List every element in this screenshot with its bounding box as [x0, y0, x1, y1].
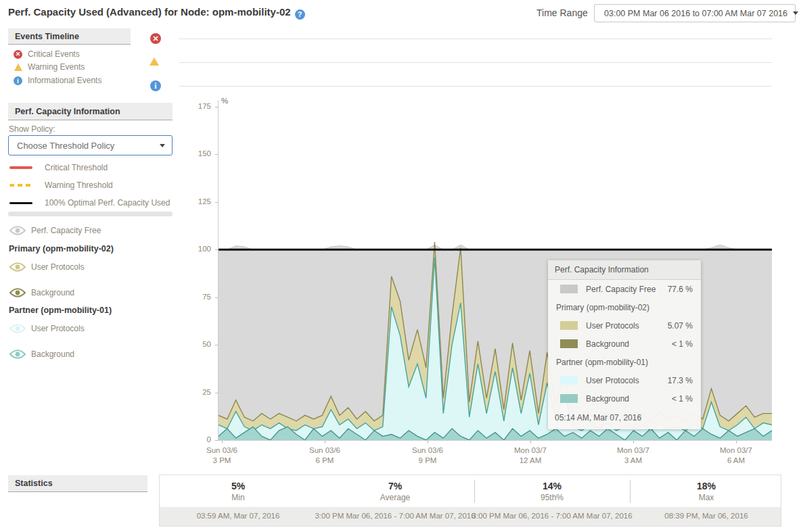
x-tick-date: Sun 03/6 — [294, 445, 355, 456]
x-axis-tick — [736, 441, 737, 443]
events-timeline-header: Events Timeline — [8, 28, 131, 45]
y-axis-tick — [215, 107, 218, 107]
series-color-swatch — [560, 376, 578, 385]
y-axis-tick-label: 125 — [188, 197, 211, 205]
critical-event-icon: ✕ — [14, 50, 22, 59]
series-visibility-toggle[interactable]: Background — [9, 349, 74, 359]
series-color-swatch — [560, 285, 578, 293]
info-event-icon: i — [14, 76, 22, 85]
stat-timestamp: 08:39 PM, Mar 06, 2016 — [612, 512, 801, 520]
x-axis-tick-label: Mon 03/73 AM — [603, 445, 664, 466]
statistics-header: Statistics — [8, 475, 147, 492]
tooltip-group-label: Primary (opm-mobility-02) — [548, 298, 701, 316]
legend-item-label: Informational Events — [28, 76, 101, 85]
series-visibility-toggle[interactable]: Background — [9, 288, 74, 297]
eye-icon[interactable] — [9, 349, 26, 359]
x-tick-time: 6 PM — [294, 456, 355, 466]
tooltip-series-value: 77.6 % — [668, 285, 693, 294]
solid-line-swatch — [9, 166, 32, 169]
x-axis-tick — [428, 441, 428, 443]
x-axis-tick-label: Mon 03/76 AM — [706, 445, 766, 466]
series-visibility-toggle[interactable]: User Protocols — [9, 324, 85, 333]
warning-event-icon — [14, 64, 22, 71]
y-axis-tick-label: 25 — [188, 388, 211, 396]
threshold-policy-value: Choose Threshold Policy — [17, 141, 114, 151]
legend-scrollbar[interactable] — [8, 212, 173, 216]
stat-column: 7%Average — [317, 481, 473, 502]
dashed-line-swatch — [9, 184, 32, 187]
tooltip-series-label: Perf. Capacity Free — [586, 285, 668, 294]
info-events-lane-toggle-icon[interactable]: i — [150, 80, 161, 91]
x-axis-tick — [325, 441, 325, 443]
series-legend-label: Perf. Capacity Free — [31, 226, 101, 235]
capacity-info-title: Perf. Capacity Information — [15, 107, 120, 116]
warning-events-lane-toggle-icon[interactable] — [150, 57, 159, 66]
x-tick-time: 3 AM — [603, 456, 664, 466]
stat-value: 7% — [317, 481, 473, 491]
x-axis-tick-label: Sun 03/66 PM — [294, 445, 355, 466]
legend-item-label: Critical Events — [28, 49, 80, 59]
x-tick-date: Mon 03/7 — [500, 445, 561, 456]
series-visibility-toggle[interactable]: User Protocols — [9, 262, 85, 272]
series-legend-label: Background — [31, 349, 74, 359]
eye-icon[interactable] — [9, 324, 26, 333]
dropdown-caret-icon — [160, 144, 165, 147]
page-title: Perf. Capacity Used (Advanced) for Node:… — [8, 6, 305, 20]
time-range-label: Time Range — [536, 7, 588, 18]
eye-icon[interactable] — [9, 262, 26, 272]
help-icon[interactable]: ? — [295, 9, 305, 20]
series-group-label: Partner (opm-mobility-01) — [9, 306, 112, 315]
series-legend-label: Background — [31, 288, 74, 297]
x-tick-date: Sun 03/6 — [191, 445, 252, 456]
x-tick-time: 12 AM — [500, 456, 561, 466]
tooltip-series-label: Background — [586, 339, 672, 349]
x-tick-time: 9 PM — [397, 456, 458, 466]
x-axis-tick — [633, 441, 634, 443]
y-axis-tick — [215, 345, 218, 345]
stat-label: Max — [628, 493, 784, 502]
series-legend-label: User Protocols — [31, 262, 85, 272]
stat-value: 18% — [628, 481, 784, 491]
tooltip-title: Perf. Capacity Information — [548, 260, 701, 280]
stats-separator — [630, 480, 631, 503]
x-axis — [218, 440, 772, 441]
page-title-text: Perf. Capacity Used (Advanced) for Node:… — [8, 6, 291, 18]
eye-icon[interactable] — [9, 226, 26, 235]
eye-icon[interactable] — [9, 288, 26, 297]
y-axis-tick-label: 175 — [188, 102, 211, 110]
x-tick-time: 3 PM — [191, 456, 252, 466]
time-range-value: 03:00 PM Mar 06 2016 to 07:00 AM Mar 07 … — [604, 9, 787, 18]
stat-column: 5%Min — [160, 481, 316, 502]
capacity-info-header: Perf. Capacity Information — [8, 103, 173, 120]
statistics-title: Statistics — [15, 479, 53, 488]
stats-separator — [474, 480, 475, 503]
series-color-swatch — [560, 339, 578, 348]
stat-column: 14%95th% — [474, 481, 630, 502]
show-policy-label: Show Policy: — [9, 124, 55, 134]
threshold-legend-item: Critical Threshold — [9, 163, 173, 172]
threshold-policy-dropdown[interactable]: Choose Threshold Policy — [8, 135, 173, 155]
y-axis-tick-label: 150 — [188, 149, 211, 158]
threshold-legend-item: Warning Threshold — [9, 180, 173, 190]
events-timeline-title: Events Timeline — [15, 32, 79, 41]
threshold-legend-item: 100% Optimal Perf. Capacity Used — [9, 198, 173, 208]
critical-events-lane-toggle-icon[interactable]: ✕ — [150, 33, 161, 44]
statistics-panel: 5%Min7%Average14%95th%18%Max 03:59 AM, M… — [159, 475, 781, 527]
series-visibility-toggle[interactable]: Perf. Capacity Free — [9, 226, 101, 235]
tooltip-series-row: User Protocols5.07 % — [548, 316, 701, 335]
chart-tooltip: Perf. Capacity Information Perf. Capacit… — [548, 260, 701, 429]
tooltip-series-label: Background — [586, 394, 672, 404]
x-axis-tick — [530, 441, 531, 443]
time-range-selector[interactable]: 03:00 PM Mar 06 2016 to 07:00 AM Mar 07 … — [594, 4, 796, 22]
tooltip-series-row: User Protocols17.3 % — [548, 371, 701, 389]
warning-events-lane — [179, 62, 772, 63]
x-axis-tick-label: Sun 03/69 PM — [397, 445, 458, 466]
threshold-legend-label: Critical Threshold — [45, 163, 108, 172]
x-axis-tick — [222, 441, 223, 443]
tooltip-series-row: Background< 1 % — [548, 335, 701, 353]
critical-events-lane — [179, 39, 772, 39]
y-axis-tick — [215, 440, 218, 441]
y-axis-tick-label: 0 — [188, 435, 211, 443]
stat-value: 5% — [160, 481, 316, 491]
legend-item-critical-events: ✕ Critical Events — [14, 49, 80, 59]
